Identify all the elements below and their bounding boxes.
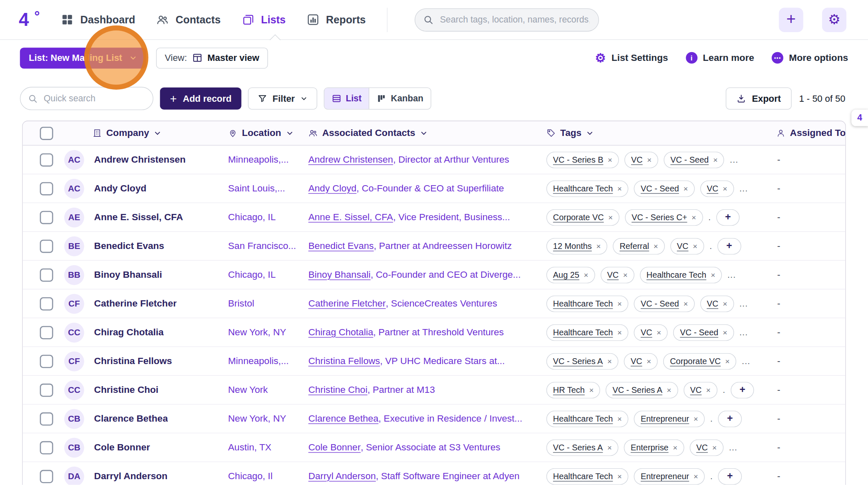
remove-tag-icon[interactable]: × <box>607 357 612 365</box>
add-button[interactable]: + <box>779 8 803 32</box>
tag-chip[interactable]: VC× <box>684 382 717 398</box>
associated-contact-link[interactable]: Darryl Anderson <box>308 471 376 482</box>
more-options-button[interactable]: ••• More options <box>772 52 848 64</box>
tag-chip[interactable]: Healthcare Tech× <box>546 324 629 341</box>
row-checkbox[interactable] <box>40 412 53 425</box>
remove-tag-icon[interactable]: × <box>584 271 589 279</box>
associated-contact-link[interactable]: Benedict Evans <box>308 241 374 252</box>
tag-chip[interactable]: VC× <box>624 151 658 168</box>
select-all-checkbox[interactable] <box>40 126 53 140</box>
remove-tag-icon[interactable]: × <box>617 472 622 480</box>
tag-chip[interactable]: VC× <box>689 439 723 456</box>
associated-contact-link[interactable]: Catherine Fletcher <box>308 298 386 309</box>
remove-tag-icon[interactable]: × <box>617 300 622 308</box>
more-tags-indicator[interactable]: ... <box>740 184 748 193</box>
tag-chip[interactable]: Entrepreneur× <box>634 468 705 485</box>
add-tag-button[interactable]: + <box>731 382 754 398</box>
record-name[interactable]: Andrew Christensen <box>94 154 186 166</box>
row-checkbox[interactable] <box>40 268 53 281</box>
tag-chip[interactable]: Aug 25× <box>546 266 595 283</box>
record-name[interactable]: Anne E. Sissel, CFA <box>94 212 183 223</box>
list-settings-button[interactable]: ⚙ List Settings <box>595 52 668 64</box>
column-header-location[interactable]: Location <box>226 128 306 139</box>
remove-tag-icon[interactable]: × <box>596 242 601 250</box>
tag-chip[interactable]: VC - Seed× <box>664 151 724 168</box>
tag-chip[interactable]: 12 Months× <box>546 238 607 254</box>
tag-chip[interactable]: VC - Seed× <box>634 295 694 312</box>
remove-tag-icon[interactable]: × <box>694 415 698 423</box>
add-tag-button[interactable]: + <box>716 209 740 226</box>
quick-search[interactable] <box>20 87 153 110</box>
tag-chip[interactable]: VC× <box>634 324 668 341</box>
more-tags-indicator[interactable]: ... <box>740 328 748 337</box>
view-selector-button[interactable]: View: Master view <box>156 47 268 68</box>
tag-chip[interactable]: Enterprise× <box>624 439 684 456</box>
remove-tag-icon[interactable]: × <box>694 472 698 480</box>
row-checkbox[interactable] <box>40 383 53 397</box>
column-header-company[interactable]: Company <box>57 128 226 139</box>
associated-contact-link[interactable]: Cole Bonner <box>308 442 360 453</box>
tag-chip[interactable]: VC - Series A× <box>606 382 678 398</box>
row-checkbox[interactable] <box>40 153 53 166</box>
row-checkbox[interactable] <box>40 182 53 195</box>
remove-tag-icon[interactable]: × <box>706 386 711 394</box>
tag-chip[interactable]: VC - Series A× <box>546 439 619 456</box>
remove-tag-icon[interactable]: × <box>623 271 628 279</box>
remove-tag-icon[interactable]: × <box>617 415 622 423</box>
remove-tag-icon[interactable]: × <box>667 386 672 394</box>
remove-tag-icon[interactable]: × <box>725 357 730 365</box>
remove-tag-icon[interactable]: × <box>617 329 622 337</box>
tag-chip[interactable]: VC - Series A× <box>546 353 619 369</box>
kanban-view-toggle[interactable]: Kanban <box>369 88 430 109</box>
tag-chip[interactable]: VC - Seed× <box>673 324 734 341</box>
tag-chip[interactable]: VC× <box>700 180 734 197</box>
filter-button[interactable]: Filter <box>248 88 317 110</box>
edge-widget-tab[interactable]: 4 <box>851 110 868 126</box>
remove-tag-icon[interactable]: × <box>693 242 697 250</box>
list-selector-button[interactable]: List: New Mailing List <box>20 47 146 68</box>
tag-chip[interactable]: Entrepreneur× <box>634 410 705 427</box>
remove-tag-icon[interactable]: × <box>683 185 688 193</box>
remove-tag-icon[interactable]: × <box>657 329 661 337</box>
row-checkbox[interactable] <box>40 441 53 454</box>
export-button[interactable]: Export <box>726 88 791 110</box>
global-search-input[interactable] <box>439 14 591 25</box>
global-search[interactable] <box>415 8 599 31</box>
tag-chip[interactable]: Corporate VC× <box>546 209 619 226</box>
remove-tag-icon[interactable]: × <box>723 329 727 337</box>
record-name[interactable]: Cole Bonner <box>94 442 150 453</box>
tag-chip[interactable]: VC - Series C+× <box>625 209 703 226</box>
associated-contact-link[interactable]: Binoy Bhansali <box>308 269 370 281</box>
remove-tag-icon[interactable]: × <box>647 156 652 164</box>
more-tags-indicator[interactable]: ... <box>729 443 738 452</box>
tag-chip[interactable]: VC× <box>624 353 658 369</box>
remove-tag-icon[interactable]: × <box>654 242 658 250</box>
add-tag-button[interactable]: + <box>718 468 742 485</box>
app-logo[interactable]: 4 <box>19 10 41 29</box>
record-name[interactable]: Andy Cloyd <box>94 183 146 194</box>
row-checkbox[interactable] <box>40 297 53 310</box>
associated-contact-link[interactable]: Christina Fellows <box>308 356 380 367</box>
row-checkbox[interactable] <box>40 354 53 368</box>
add-tag-button[interactable]: + <box>717 238 741 254</box>
remove-tag-icon[interactable]: × <box>713 156 718 164</box>
associated-contact-link[interactable]: Christine Choi <box>308 384 367 396</box>
row-checkbox[interactable] <box>40 239 53 253</box>
remove-tag-icon[interactable]: × <box>692 214 696 221</box>
remove-tag-icon[interactable]: × <box>683 300 688 308</box>
associated-contact-link[interactable]: Andy Cloyd <box>308 183 356 194</box>
more-tags-indicator[interactable]: ... <box>740 299 748 309</box>
record-name[interactable]: Christine Choi <box>94 384 159 396</box>
nav-item-reports[interactable]: Reports <box>307 13 366 26</box>
list-view-toggle[interactable]: List <box>324 88 369 109</box>
associated-contact-link[interactable]: Anne E. Sissel, CFA <box>308 212 393 223</box>
column-header-associated-contacts[interactable]: Associated Contacts <box>306 128 544 139</box>
remove-tag-icon[interactable]: × <box>673 444 677 452</box>
more-tags-indicator[interactable]: ... <box>730 155 739 165</box>
record-name[interactable]: Benedict Evans <box>94 241 164 252</box>
column-header-tags[interactable]: Tags <box>544 128 774 139</box>
nav-item-dashboard[interactable]: Dashboard <box>61 13 135 26</box>
tag-chip[interactable]: Healthcare Tech× <box>546 180 629 197</box>
tag-chip[interactable]: HR Tech× <box>546 382 600 398</box>
tag-chip[interactable]: VC× <box>601 266 634 283</box>
